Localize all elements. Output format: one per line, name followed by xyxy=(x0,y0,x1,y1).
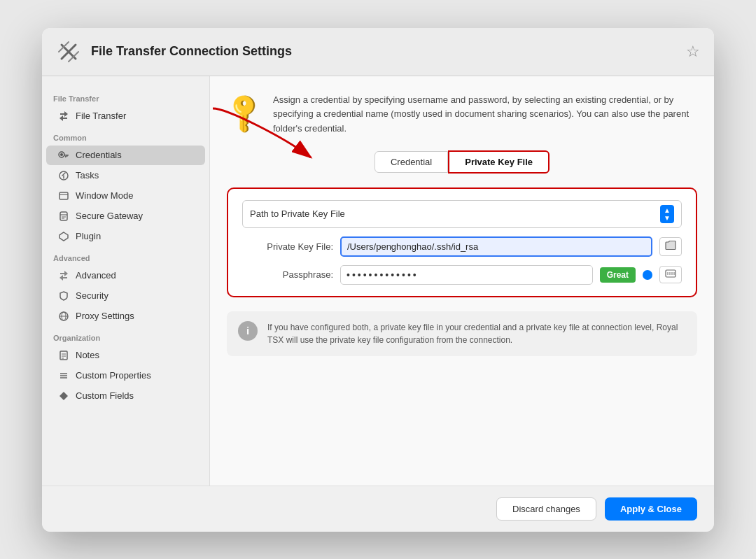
sidebar-label-file-transfer: File Transfer xyxy=(76,111,126,121)
passphrase-row: Passphrase: Great xyxy=(242,265,682,285)
security-icon xyxy=(57,290,70,302)
info-note-text: If you have configured both, a private k… xyxy=(267,321,686,346)
app-icon xyxy=(56,39,81,64)
sidebar-label-custom-properties: Custom Properties xyxy=(76,370,151,381)
file-transfer-icon xyxy=(57,110,70,122)
private-key-file-input[interactable] xyxy=(340,236,652,257)
sidebar-section-file-transfer: File Transfer xyxy=(42,87,209,106)
sidebar-item-advanced[interactable]: Advanced xyxy=(46,266,205,285)
sidebar-item-notes[interactable]: Notes xyxy=(46,346,205,365)
info-block: 🔑 Assign a credential by specifying user… xyxy=(227,93,697,136)
dropdown-arrows-btn[interactable]: ▲ ▼ xyxy=(660,205,674,223)
sidebar-section-common: Common xyxy=(42,127,209,145)
content-area: 🔑 Assign a credential by specifying user… xyxy=(210,76,714,486)
strength-dot xyxy=(643,270,652,280)
sidebar-item-secure-gateway[interactable]: Secure Gateway xyxy=(46,206,205,226)
passphrase-input[interactable] xyxy=(340,265,593,285)
svg-marker-16 xyxy=(59,232,68,241)
svg-rect-7 xyxy=(66,155,68,157)
advanced-icon xyxy=(57,269,70,282)
window-mode-icon xyxy=(57,190,70,202)
sidebar-item-custom-properties[interactable]: Custom Properties xyxy=(46,366,205,385)
favorite-star[interactable]: ☆ xyxy=(686,43,700,61)
main-content: File Transfer File Transfer Common Crede… xyxy=(42,76,714,486)
sidebar-label-credentials: Credentials xyxy=(76,150,122,160)
footer: Discard changes Apply & Close xyxy=(42,486,714,532)
tabs-row: Credential Private Key File xyxy=(227,150,697,174)
info-text: Assign a credential by specifying userna… xyxy=(273,93,697,136)
sidebar-label-advanced: Advanced xyxy=(76,270,116,281)
key-action-btn[interactable] xyxy=(659,266,682,283)
strength-badge: Great xyxy=(600,267,636,283)
plugin-icon xyxy=(57,230,70,243)
settings-window: File Transfer Connection Settings ☆ File… xyxy=(42,28,714,532)
sidebar-label-plugin: Plugin xyxy=(76,231,101,241)
sidebar-label-proxy-settings: Proxy Settings xyxy=(76,311,134,321)
svg-rect-8 xyxy=(65,156,66,157)
tab-private-key-file[interactable]: Private Key File xyxy=(448,150,550,174)
tab-credential[interactable]: Credential xyxy=(374,151,448,173)
sidebar-label-custom-fields: Custom Fields xyxy=(76,390,134,401)
svg-point-5 xyxy=(60,153,63,156)
svg-rect-12 xyxy=(60,212,67,220)
browse-folder-btn[interactable] xyxy=(659,237,682,256)
sidebar-label-security: Security xyxy=(76,290,108,301)
private-key-file-label: Private Key File: xyxy=(242,241,333,252)
info-note: i If you have configured both, a private… xyxy=(227,311,697,356)
sidebar-item-tasks[interactable]: Tasks xyxy=(46,166,205,185)
sidebar-item-custom-fields[interactable]: Custom Fields xyxy=(46,386,205,406)
custom-properties-icon xyxy=(57,369,70,382)
proxy-settings-icon xyxy=(57,310,70,323)
sidebar-item-proxy-settings[interactable]: Proxy Settings xyxy=(46,306,205,326)
sidebar-item-security[interactable]: Security xyxy=(46,286,205,306)
private-key-file-row: Private Key File: xyxy=(242,236,682,257)
sidebar-label-window-mode: Window Mode xyxy=(76,190,133,201)
form-box: Path to Private Key File ▲ ▼ Private Key… xyxy=(227,187,697,297)
notes-icon xyxy=(57,349,70,362)
sidebar: File Transfer File Transfer Common Crede… xyxy=(42,76,210,486)
svg-marker-27 xyxy=(59,392,68,400)
credentials-icon xyxy=(57,149,70,162)
sidebar-item-credentials[interactable]: Credentials xyxy=(46,146,205,165)
sidebar-label-tasks: Tasks xyxy=(76,170,99,181)
title-bar: File Transfer Connection Settings ☆ xyxy=(42,28,714,76)
apply-close-button[interactable]: Apply & Close xyxy=(605,497,697,521)
sidebar-section-advanced: Advanced xyxy=(42,247,209,265)
window-title: File Transfer Connection Settings xyxy=(91,44,676,59)
sidebar-item-window-mode[interactable]: Window Mode xyxy=(46,186,205,206)
key-icon: 🔑 xyxy=(220,88,269,136)
sidebar-item-file-transfer[interactable]: File Transfer xyxy=(46,106,205,126)
sidebar-label-secure-gateway: Secure Gateway xyxy=(76,211,143,221)
sidebar-label-notes: Notes xyxy=(76,350,99,360)
custom-fields-icon xyxy=(57,390,70,402)
secure-gateway-icon xyxy=(57,210,70,222)
sidebar-item-plugin[interactable]: Plugin xyxy=(46,227,205,246)
tasks-icon xyxy=(57,169,70,182)
svg-rect-10 xyxy=(59,192,68,199)
dropdown-label: Path to Private Key File xyxy=(250,208,345,219)
annotation-layer: Credential Private Key File xyxy=(227,150,697,174)
discard-changes-button[interactable]: Discard changes xyxy=(496,497,596,521)
sidebar-section-organization: Organization xyxy=(42,327,209,345)
info-icon: i xyxy=(238,321,258,341)
passphrase-label: Passphrase: xyxy=(242,269,333,280)
dropdown-row[interactable]: Path to Private Key File ▲ ▼ xyxy=(242,200,682,228)
